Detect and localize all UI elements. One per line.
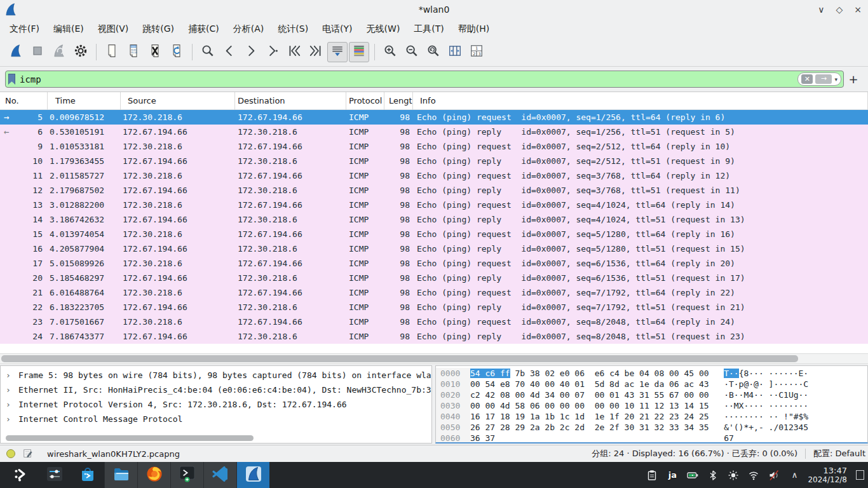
menu-item-3[interactable]: 跳转(G) xyxy=(135,19,181,38)
packet-row[interactable]: 226.183223705172.67.194.66172.30.218.6IC… xyxy=(0,300,868,315)
packet-row[interactable]: 154.013974054172.30.218.6172.67.194.66IC… xyxy=(0,227,868,241)
menu-item-7[interactable]: 电话(Y) xyxy=(315,19,359,38)
filter-history-caret-icon[interactable]: ▾ xyxy=(834,76,837,83)
column-header-length[interactable]: Length xyxy=(384,92,413,110)
column-header-protocol[interactable]: Protocol xyxy=(346,92,384,110)
resize-columns-button[interactable] xyxy=(445,42,465,62)
maximize-button[interactable]: ◇ xyxy=(836,4,843,15)
menu-item-4[interactable]: 捕获(C) xyxy=(181,19,226,38)
zoom-out-button[interactable] xyxy=(402,42,422,62)
hex-line[interactable]: 0010 00 54 e8 70 40 00 40 01 5d 8d ac 1e… xyxy=(436,379,867,390)
menu-item-0[interactable]: 文件(F) xyxy=(3,19,46,38)
packet-row[interactable]: 247.186743377172.67.194.66172.30.218.6IC… xyxy=(0,329,868,344)
minimize-button[interactable]: ∨ xyxy=(818,4,824,15)
wifi-icon[interactable] xyxy=(748,470,759,481)
packet-row[interactable]: 122.179687502172.67.194.66172.30.218.6IC… xyxy=(0,183,868,198)
hex-line[interactable]: 0020 c2 42 08 00 4d 34 00 07 00 01 43 31… xyxy=(436,390,867,400)
capture-options-button[interactable] xyxy=(71,42,91,62)
menu-item-5[interactable]: 分析(A) xyxy=(226,19,271,38)
input-method-icon[interactable]: ja xyxy=(667,470,678,481)
packet-row[interactable]: 237.017501667172.30.218.6172.67.194.66IC… xyxy=(0,315,868,329)
restart-capture-button[interactable] xyxy=(49,42,69,62)
taskbar-app-system-settings[interactable] xyxy=(38,462,71,488)
taskbar-app-discover[interactable] xyxy=(71,462,104,488)
reload-file-button[interactable] xyxy=(166,42,187,62)
scrollbar-handle[interactable] xyxy=(1,355,798,362)
packet-row[interactable]: ←60.530105191172.67.194.66172.30.218.6IC… xyxy=(0,125,868,139)
expander-icon[interactable]: › xyxy=(6,412,18,426)
column-header-no[interactable]: No. xyxy=(0,92,48,110)
packet-row[interactable]: 112.011585727172.30.218.6172.67.194.66IC… xyxy=(0,168,868,183)
detail-tree-line[interactable]: ›Internet Protocol Version 4, Src: 172.3… xyxy=(1,397,431,412)
zoom-in-button[interactable] xyxy=(380,42,400,62)
close-file-button[interactable] xyxy=(145,42,165,62)
profile-label[interactable]: 配置: Default xyxy=(813,448,868,459)
menu-item-6[interactable]: 统计(S) xyxy=(271,19,315,38)
go-last-button[interactable] xyxy=(306,42,326,62)
clipboard-icon[interactable] xyxy=(646,470,658,481)
menu-item-1[interactable]: 编辑(E) xyxy=(46,19,91,38)
menu-item-2[interactable]: 视图(V) xyxy=(91,19,136,38)
battery-icon[interactable] xyxy=(687,470,698,481)
taskbar-app-firefox[interactable] xyxy=(137,462,170,488)
capture-comment-icon[interactable] xyxy=(23,449,33,459)
hex-line[interactable]: 0000 54 c6 ff 7b 38 02 e0 06 e6 c4 be 04… xyxy=(436,368,867,379)
find-packet-button[interactable] xyxy=(198,42,218,62)
column-header-source[interactable]: Source xyxy=(121,92,235,110)
go-back-button[interactable] xyxy=(219,42,240,62)
auto-scroll-button[interactable] xyxy=(327,42,348,62)
column-header-time[interactable]: Time xyxy=(48,92,121,110)
brightness-icon[interactable] xyxy=(728,470,739,481)
details-hscrollbar[interactable] xyxy=(6,435,254,441)
save-file-button[interactable]: 01010110 xyxy=(123,42,144,62)
taskbar-app-dolphin[interactable] xyxy=(104,462,137,488)
go-first-button[interactable] xyxy=(284,42,304,62)
volume-muted-icon[interactable] xyxy=(768,470,780,481)
packet-row[interactable]: 164.205877904172.67.194.66172.30.218.6IC… xyxy=(0,241,868,256)
zoom-reset-button[interactable] xyxy=(423,42,444,62)
filter-apply-button[interactable]: → xyxy=(815,74,832,84)
packet-list-hscrollbar[interactable] xyxy=(0,353,868,364)
taskbar-clock[interactable]: 13:47 2024/12/8 xyxy=(808,466,847,484)
expander-icon[interactable]: › xyxy=(6,368,18,383)
filter-add-button[interactable]: + xyxy=(848,72,858,86)
taskbar-app-konsole[interactable] xyxy=(170,462,203,488)
hex-line[interactable]: 0030 00 00 4d 58 06 00 00 00 00 00 10 11… xyxy=(436,400,867,411)
menu-item-10[interactable]: 帮助(H) xyxy=(451,19,496,38)
taskbar-app-wireshark[interactable] xyxy=(236,462,269,488)
packet-row[interactable]: 101.179363455172.67.194.66172.30.218.6IC… xyxy=(0,154,868,168)
detail-tree-line[interactable]: ›Internet Control Message Protocol xyxy=(1,412,431,426)
packet-row[interactable]: 175.015089926172.30.218.6172.67.194.66IC… xyxy=(0,256,868,271)
filter-bookmark-icon[interactable] xyxy=(8,74,15,85)
start-capture-button[interactable] xyxy=(6,42,26,62)
display-filter-input[interactable]: icmp ✕ → ▾ xyxy=(5,71,844,88)
go-forward-button[interactable] xyxy=(241,42,261,62)
taskbar-app-vscode[interactable] xyxy=(203,462,236,488)
detail-tree-line[interactable]: ›Ethernet II, Src: HonHaiPrecis_c4:be:04… xyxy=(1,383,431,397)
layout-button[interactable]: 123 xyxy=(466,42,487,62)
packet-row[interactable]: 216.016488764172.30.218.6172.67.194.66IC… xyxy=(0,285,868,300)
menu-item-9[interactable]: 工具(T) xyxy=(407,19,451,38)
hex-line[interactable]: 0040 16 17 18 19 1a 1b 1c 1d 1e 1f 20 21… xyxy=(436,411,867,422)
detail-tree-line[interactable]: ›Frame 5: 98 bytes on wire (784 bits), 9… xyxy=(1,368,431,383)
packet-row[interactable]: 143.186742632172.67.194.66172.30.218.6IC… xyxy=(0,212,868,227)
stop-capture-button[interactable] xyxy=(27,42,48,62)
taskbar-app-app-launcher[interactable] xyxy=(5,462,38,488)
open-file-button[interactable] xyxy=(102,42,122,62)
tray-expand-icon[interactable]: ∧ xyxy=(789,470,800,481)
expander-icon[interactable]: › xyxy=(6,383,18,397)
packet-row[interactable]: 133.012882200172.30.218.6172.67.194.66IC… xyxy=(0,198,868,212)
packet-row[interactable]: 91.010533181172.30.218.6172.67.194.66ICM… xyxy=(0,139,868,154)
column-header-info[interactable]: Info xyxy=(413,92,868,110)
expander-icon[interactable]: › xyxy=(6,397,18,412)
bluetooth-icon[interactable] xyxy=(707,470,719,481)
expert-info-icon[interactable] xyxy=(6,449,15,458)
packet-row[interactable]: 205.185468297172.67.194.66172.30.218.6IC… xyxy=(0,271,868,285)
menu-item-8[interactable]: 无线(W) xyxy=(360,19,407,38)
go-to-packet-button[interactable] xyxy=(262,42,283,62)
colorize-button[interactable] xyxy=(349,42,369,62)
filter-clear-button[interactable]: ✕ xyxy=(801,74,813,84)
column-header-destination[interactable]: Destination xyxy=(235,92,346,110)
close-button[interactable]: × xyxy=(854,4,862,15)
show-desktop-button[interactable] xyxy=(856,470,864,480)
